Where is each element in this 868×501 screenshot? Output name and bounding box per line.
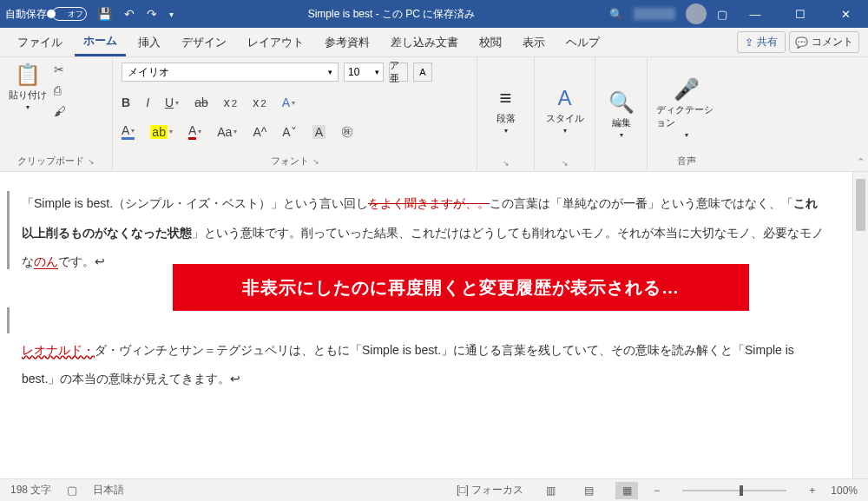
comment-icon: 💬 <box>795 36 808 49</box>
document-area: 「Simple is best.（シンプル・イズ・ベスト）」という言い回しをよく… <box>0 172 868 478</box>
print-layout-icon[interactable]: ▤ <box>577 482 600 499</box>
tab-review[interactable]: 校閲 <box>470 30 510 56</box>
tab-references[interactable]: 参考資料 <box>316 30 378 56</box>
zoom-level[interactable]: 100% <box>831 485 858 497</box>
tab-mailings[interactable]: 差し込み文書 <box>382 30 467 56</box>
font-name-combo[interactable]: メイリオ▾ <box>122 63 339 82</box>
scrollbar-thumb[interactable] <box>856 179 865 231</box>
zoom-in-button[interactable]: + <box>809 485 815 497</box>
focus-mode-button[interactable]: [□] フォーカス <box>457 483 523 498</box>
minimize-button[interactable]: — <box>738 8 773 21</box>
deleted-text: をよく聞きますが、 <box>368 196 477 210</box>
avatar[interactable] <box>686 3 707 24</box>
dialog-launcher-icon[interactable]: ↘ <box>312 157 319 166</box>
dialog-launcher-icon[interactable]: ↘ <box>88 157 95 166</box>
dialog-launcher-icon[interactable]: ↘ <box>503 159 510 168</box>
collapse-ribbon-icon[interactable]: ⌃ <box>857 156 865 168</box>
qat-more-icon[interactable]: ▾ <box>169 10 174 19</box>
tab-layout[interactable]: レイアウト <box>239 30 312 56</box>
tab-view[interactable]: 表示 <box>514 30 554 56</box>
document-page[interactable]: 「Simple is best.（シンプル・イズ・ベスト）」という言い回しをよく… <box>10 172 852 478</box>
spelling-error: レオナルド・ <box>22 343 95 357</box>
paragraph-button[interactable]: ≡ 段落▾ <box>496 86 516 135</box>
enclose-character-button[interactable]: ㊑ <box>341 124 353 140</box>
redo-icon[interactable]: ↷ <box>147 7 157 21</box>
tab-home[interactable]: ホーム <box>75 28 126 56</box>
autosave-toggle[interactable]: 自動保存 オフ <box>5 7 87 22</box>
vertical-scrollbar[interactable] <box>852 172 868 478</box>
highlight-button[interactable]: ab▾ <box>150 125 173 139</box>
bold-button[interactable]: B <box>122 96 130 109</box>
read-mode-icon[interactable]: ▥ <box>539 482 562 499</box>
ribbon-mode-icon[interactable]: ▢ <box>717 8 727 21</box>
title-bar: 自動保存 オフ 💾 ↶ ↷ ▾ Simple is best - この PC に… <box>0 0 868 28</box>
find-icon: 🔍 <box>608 90 635 115</box>
styles-button[interactable]: A スタイル▾ <box>546 86 584 135</box>
change-case-button[interactable]: Aa▾ <box>217 125 237 139</box>
comment-button[interactable]: 💬コメント <box>789 31 859 53</box>
copy-icon[interactable]: ⎙ <box>54 83 66 97</box>
editing-button[interactable]: 🔍 編集▾ <box>608 90 635 139</box>
tab-insert[interactable]: 挿入 <box>129 30 169 56</box>
close-button[interactable]: ✕ <box>828 8 863 21</box>
underline-button[interactable]: U▾ <box>165 96 179 109</box>
cut-icon[interactable]: ✂ <box>54 63 66 76</box>
paste-button[interactable]: 📋 貼り付け ▾ <box>9 63 47 111</box>
format-painter-icon[interactable]: 🖌 <box>54 104 66 118</box>
font-color-button[interactable]: A▾ <box>188 123 201 140</box>
dictate-button[interactable]: 🎤 ディクテーション▾ <box>656 77 717 139</box>
clipboard-group-label: クリップボード <box>17 155 84 168</box>
subscript-button[interactable]: x2 <box>224 96 237 109</box>
italic-button[interactable]: I <box>146 96 149 109</box>
voice-group-label: 音声 <box>677 155 696 168</box>
quick-access-toolbar: 💾 ↶ ↷ ▾ <box>97 7 174 21</box>
phonetic-guide-icon[interactable]: ア亜 <box>389 63 408 82</box>
strikethrough-button[interactable]: ab <box>194 96 208 109</box>
font-size-combo[interactable]: 10▾ <box>344 63 384 82</box>
zoom-slider[interactable] <box>682 490 786 491</box>
ribbon: 📋 貼り付け ▾ ✂ ⎙ 🖌 クリップボード↘ メイリオ▾ 10▾ ア亜 A B… <box>0 57 868 172</box>
shrink-font-button[interactable]: A˅ <box>282 125 296 139</box>
word-count[interactable]: 198 文字 <box>10 483 51 498</box>
undo-icon[interactable]: ↶ <box>124 7 135 21</box>
share-icon: ⇪ <box>745 36 753 49</box>
tab-file[interactable]: ファイル <box>9 30 71 56</box>
paragraph-icon: ≡ <box>499 86 511 110</box>
tab-help[interactable]: ヘルプ <box>557 30 608 56</box>
character-border-icon[interactable]: A <box>413 63 432 82</box>
maximize-button[interactable]: ☐ <box>783 8 818 21</box>
window-title: Simple is best - この PC に保存済み <box>174 7 609 22</box>
book-icon[interactable]: ▢ <box>67 484 77 497</box>
styles-icon: A <box>557 86 571 110</box>
status-bar: 198 文字 ▢ 日本語 [□] フォーカス ▥ ▤ ▦ − + 100% <box>0 478 868 501</box>
clear-formatting-button[interactable]: A <box>312 125 326 139</box>
web-layout-icon[interactable]: ▦ <box>615 482 638 499</box>
text-effects-button[interactable]: A▾ <box>282 96 295 109</box>
paragraph[interactable]: レオナルド・ダ・ヴィンチとサン＝テグジュペリは、ともに「Simple is be… <box>22 336 830 394</box>
share-button[interactable]: ⇪共有 <box>737 31 786 53</box>
zoom-out-button[interactable]: − <box>654 485 660 497</box>
tab-design[interactable]: デザイン <box>173 30 235 56</box>
dialog-launcher-icon[interactable]: ↘ <box>562 159 569 168</box>
font-group-label: フォント <box>271 155 309 168</box>
user-name[interactable] <box>634 8 675 20</box>
superscript-button[interactable]: x2 <box>253 96 266 109</box>
inserted-text: のん <box>34 254 58 269</box>
font-shading-button[interactable]: A▾ <box>122 123 135 140</box>
save-icon[interactable]: 💾 <box>97 7 112 21</box>
grow-font-button[interactable]: A^ <box>253 125 266 139</box>
clipboard-icon: 📋 <box>15 63 41 87</box>
language-status[interactable]: 日本語 <box>93 483 124 498</box>
microphone-icon: 🎤 <box>674 77 700 102</box>
toggle-off-icon[interactable]: オフ <box>52 7 87 21</box>
autosave-label: 自動保存 <box>5 7 47 22</box>
ribbon-tabs: ファイル ホーム 挿入 デザイン レイアウト 参考資料 差し込み文書 校閲 表示… <box>0 28 868 57</box>
slider-handle[interactable] <box>740 485 743 496</box>
search-icon[interactable]: 🔍 <box>609 8 623 21</box>
overlay-banner: 非表示にしたのに再度開くと変更履歴が表示される… <box>173 264 749 311</box>
